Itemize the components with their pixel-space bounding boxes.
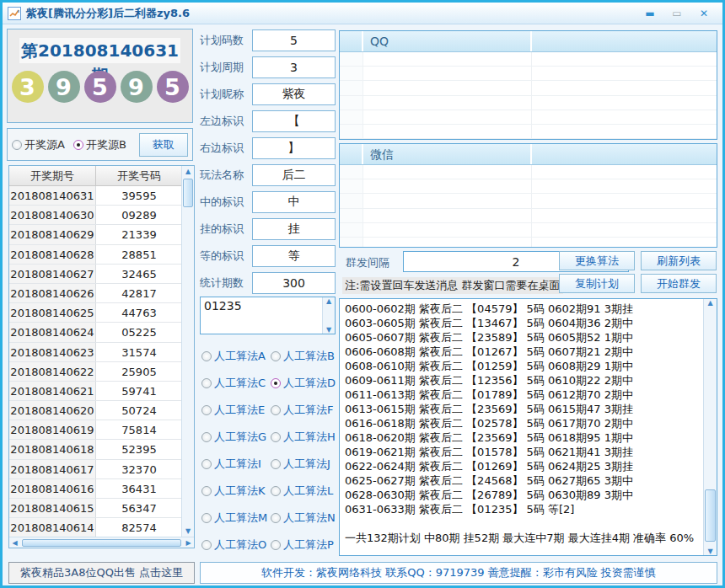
minimize-button[interactable]: ▬ <box>636 8 663 19</box>
algorithm-radio-g[interactable]: 人工算法G <box>201 429 271 446</box>
table-cell: 36431 <box>96 479 182 498</box>
table-row[interactable]: 20180814061556347 <box>9 499 182 518</box>
table-row[interactable]: 20180814062331574 <box>9 343 182 362</box>
table-row[interactable]: 20180814062732465 <box>9 265 182 284</box>
plan-output-panel[interactable]: 0600-0602期 紫夜后二 【04579】 5码 0602期91 3期挂06… <box>339 298 717 556</box>
plan-line: 0628-0630期 紫夜后二 【26789】 5码 0630期89 3期中 <box>345 488 700 502</box>
list-cell <box>340 223 363 237</box>
copy-plan-button[interactable]: 复制计划 <box>559 274 635 293</box>
table-row[interactable]: 20180814061732370 <box>9 460 182 479</box>
scroll-thumb[interactable] <box>22 539 181 547</box>
algorithm-radio-c[interactable]: 人工算法C <box>201 375 271 392</box>
qq-column-header[interactable]: QQ <box>363 31 532 51</box>
table-row[interactable]: 20180814061636431 <box>9 479 182 499</box>
table-row[interactable]: 20180814062544763 <box>9 303 182 323</box>
fetch-button[interactable]: 获取 <box>139 133 188 157</box>
algorithm-radio-d[interactable]: 人工算法D <box>271 375 338 392</box>
table-row[interactable]: 20180814063009289 <box>9 206 182 225</box>
scroll-up-icon[interactable]: ▲ <box>704 299 717 307</box>
algorithm-radio-o[interactable]: 人工算法O <box>201 537 271 553</box>
checkbox-column-header[interactable] <box>340 31 363 51</box>
table-row[interactable]: 20180814061975814 <box>9 420 182 440</box>
field-input[interactable] <box>252 83 336 105</box>
field-input[interactable] <box>252 56 336 78</box>
table-row[interactable]: 20180814061852395 <box>9 440 182 459</box>
codes-scrollbar[interactable]: ▲ ▼ <box>322 297 335 334</box>
algorithm-radio-m[interactable]: 人工算法M <box>201 510 271 527</box>
scroll-left-icon[interactable]: ◀ <box>9 539 20 547</box>
checkbox-column-header[interactable] <box>340 144 363 164</box>
column-header-period[interactable]: 开奖期号 <box>9 166 96 185</box>
qq-list-body[interactable] <box>340 52 717 139</box>
algorithm-radio-p[interactable]: 人工算法P <box>271 537 338 553</box>
table-cell: 05225 <box>96 323 182 341</box>
algorithm-radio-e[interactable]: 人工算法E <box>201 402 271 419</box>
list-cell <box>363 52 532 66</box>
algorithm-radio-i[interactable]: 人工算法I <box>201 456 271 473</box>
table-row[interactable]: 20180814062405225 <box>9 323 182 342</box>
table-cell: 09289 <box>96 206 182 224</box>
radio-icon <box>271 432 281 442</box>
scroll-thumb[interactable] <box>183 179 193 207</box>
field-input[interactable] <box>252 137 336 159</box>
wechat-list-header: 微信 <box>340 144 717 165</box>
list-row <box>340 96 717 110</box>
algorithm-radio-f[interactable]: 人工算法F <box>271 402 338 419</box>
table-row[interactable]: 20180814063139595 <box>9 186 182 206</box>
scroll-down-icon[interactable]: ▼ <box>323 326 335 334</box>
scroll-down-icon[interactable]: ▼ <box>182 526 194 537</box>
field-input[interactable] <box>252 191 336 213</box>
plan-line: 0616-0618期 紫夜后二 【02578】 5码 0617期70 2期中 <box>345 416 700 430</box>
table-row[interactable]: 20180814062642817 <box>9 284 182 303</box>
maximize-button[interactable]: ▭ <box>663 8 690 19</box>
table-row[interactable]: 20180814062225905 <box>9 362 182 382</box>
algorithm-radio-k[interactable]: 人工算法K <box>201 483 271 500</box>
scroll-up-icon[interactable]: ▲ <box>182 166 194 178</box>
scroll-thumb[interactable] <box>705 489 716 542</box>
field-input[interactable] <box>252 29 336 51</box>
field-input[interactable] <box>252 272 336 294</box>
algorithm-radio-h[interactable]: 人工算法H <box>271 429 338 446</box>
history-table-body: 2018081406313959520180814063009289201808… <box>9 186 182 537</box>
scroll-up-icon[interactable]: ▲ <box>323 297 335 305</box>
table-row[interactable]: 20180814062921339 <box>9 225 182 244</box>
source-b-radio[interactable]: 开奖源B <box>73 137 126 152</box>
algorithm-label: 人工算法N <box>283 510 336 526</box>
table-cell: 201808140621 <box>9 382 96 400</box>
table-row[interactable]: 20180814062828851 <box>9 245 182 265</box>
wechat-column-header[interactable]: 微信 <box>363 144 532 164</box>
form-field-row: 等的标识 <box>200 245 336 267</box>
algorithm-radio-j[interactable]: 人工算法J <box>271 456 338 473</box>
algorithm-radio-b[interactable]: 人工算法B <box>271 348 338 365</box>
list-row <box>340 223 717 238</box>
table-row[interactable]: 20180814062159741 <box>9 382 182 401</box>
history-horizontal-scrollbar[interactable]: ◀ ▶ <box>9 537 194 548</box>
history-vertical-scrollbar[interactable]: ▲ ▼ <box>181 166 194 537</box>
column-header-number[interactable]: 开奖号码 <box>96 166 182 185</box>
close-button[interactable]: ✕ <box>690 8 717 19</box>
start-send-button[interactable]: 开始群发 <box>641 274 717 293</box>
wechat-list-body[interactable] <box>340 165 717 248</box>
field-input[interactable] <box>252 164 336 186</box>
codes-box[interactable]: 01235 ▲ ▼ <box>200 297 336 334</box>
algorithm-radio-a[interactable]: 人工算法A <box>201 348 271 365</box>
field-input[interactable] <box>252 110 336 132</box>
table-cell: 201808140620 <box>9 401 96 420</box>
source-a-radio[interactable]: 开奖源A <box>12 137 65 152</box>
output-scrollbar[interactable]: ▲ ▼ <box>703 299 717 555</box>
scroll-down-icon[interactable]: ▼ <box>704 548 717 555</box>
scroll-right-icon[interactable]: ▶ <box>183 539 194 547</box>
list-cell <box>532 179 717 193</box>
swap-algorithm-button[interactable]: 更换算法 <box>559 251 635 270</box>
refresh-list-button[interactable]: 刷新列表 <box>641 251 717 270</box>
field-input[interactable] <box>252 218 336 240</box>
field-input[interactable] <box>252 245 336 267</box>
radio-icon <box>201 378 212 388</box>
radio-icon-selected <box>271 378 281 388</box>
promo-button[interactable]: 紫夜精品3A8位QQ出售 点击这里 <box>8 562 195 584</box>
algorithm-radio-n[interactable]: 人工算法N <box>271 510 338 527</box>
algorithm-radio-l[interactable]: 人工算法L <box>271 483 338 500</box>
table-row[interactable]: 20180814061482574 <box>9 518 182 537</box>
field-label: 计划昵称 <box>200 83 252 105</box>
table-row[interactable]: 20180814062050724 <box>9 401 182 420</box>
